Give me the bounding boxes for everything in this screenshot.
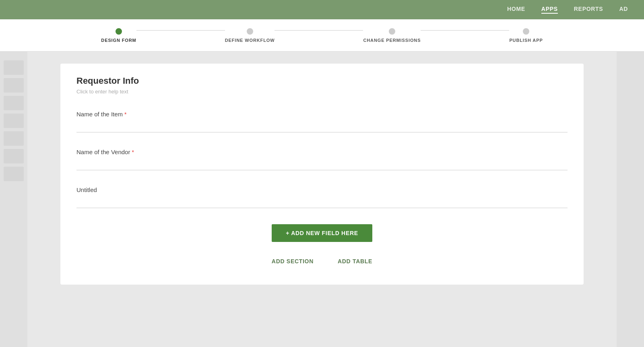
field-name-of-item: Name of the Item * [76, 111, 568, 132]
input-name-of-item[interactable] [76, 121, 568, 132]
nav-reports[interactable]: REPORTS [574, 6, 603, 14]
step-dot-define-workflow [247, 28, 253, 35]
add-section-link[interactable]: ADD SECTION [272, 258, 314, 264]
step-connector-3 [421, 30, 509, 31]
nav-ad[interactable]: AD [619, 6, 628, 14]
nav-home[interactable]: HOME [507, 6, 525, 14]
sidebar-block-5 [4, 131, 24, 146]
sidebar-block-1 [4, 60, 24, 75]
step-label-design-form: DESIGN FORM [101, 38, 136, 43]
top-navigation: HOME APPS REPORTS AD [0, 0, 644, 19]
step-dot-publish-app [523, 28, 529, 35]
step-label-publish-app: PUBLISH APP [509, 38, 543, 43]
step-publish-app[interactable]: PUBLISH APP [509, 28, 543, 43]
step-dot-design-form [116, 28, 122, 35]
step-dot-change-permissions [389, 28, 395, 35]
field-name-of-vendor: Name of the Vendor * [76, 149, 568, 170]
sidebar-block-3 [4, 96, 24, 110]
field-label-name-of-vendor: Name of the Vendor * [76, 149, 568, 155]
steps-container: DESIGN FORM DEFINE WORKFLOW CHANGE PERMI… [101, 28, 543, 43]
field-label-untitled: Untitled [76, 186, 568, 193]
step-label-define-workflow: DEFINE WORKFLOW [225, 38, 275, 43]
step-connector-1 [136, 30, 225, 31]
form-card: Requestor Info Click to enter help text … [60, 64, 584, 285]
sidebar-block-4 [4, 114, 24, 128]
section-help-text[interactable]: Click to enter help text [76, 89, 568, 95]
sidebar-block-7 [4, 167, 24, 181]
left-sidebar [0, 52, 27, 347]
required-star-name-of-vendor: * [132, 149, 134, 155]
nav-links: HOME APPS REPORTS AD [507, 6, 628, 14]
step-define-workflow[interactable]: DEFINE WORKFLOW [225, 28, 275, 43]
main-content: Requestor Info Click to enter help text … [0, 52, 644, 347]
input-untitled[interactable] [76, 196, 568, 208]
nav-apps[interactable]: APPS [541, 6, 558, 14]
add-table-link[interactable]: ADD TABLE [338, 258, 372, 264]
field-label-text-name-of-vendor: Name of the Vendor [76, 149, 130, 155]
step-label-change-permissions: CHANGE PERMISSIONS [363, 38, 421, 43]
steps-bar: DESIGN FORM DEFINE WORKFLOW CHANGE PERMI… [0, 19, 644, 52]
bottom-actions: ADD SECTION ADD TABLE [76, 258, 568, 264]
form-area: Requestor Info Click to enter help text … [27, 52, 617, 347]
right-sidebar [617, 52, 644, 347]
sidebar-block-2 [4, 78, 24, 93]
field-label-text-untitled: Untitled [76, 186, 97, 193]
required-star-name-of-item: * [124, 111, 126, 118]
step-connector-2 [275, 30, 363, 31]
field-label-text-name-of-item: Name of the Item [76, 111, 123, 118]
add-new-field-button[interactable]: + ADD NEW FIELD HERE [272, 224, 372, 242]
step-design-form[interactable]: DESIGN FORM [101, 28, 136, 43]
field-label-name-of-item: Name of the Item * [76, 111, 568, 118]
field-untitled: Untitled [76, 186, 568, 208]
step-change-permissions[interactable]: CHANGE PERMISSIONS [363, 28, 421, 43]
input-name-of-vendor[interactable] [76, 159, 568, 170]
sidebar-block-6 [4, 149, 24, 163]
section-title[interactable]: Requestor Info [76, 76, 568, 86]
